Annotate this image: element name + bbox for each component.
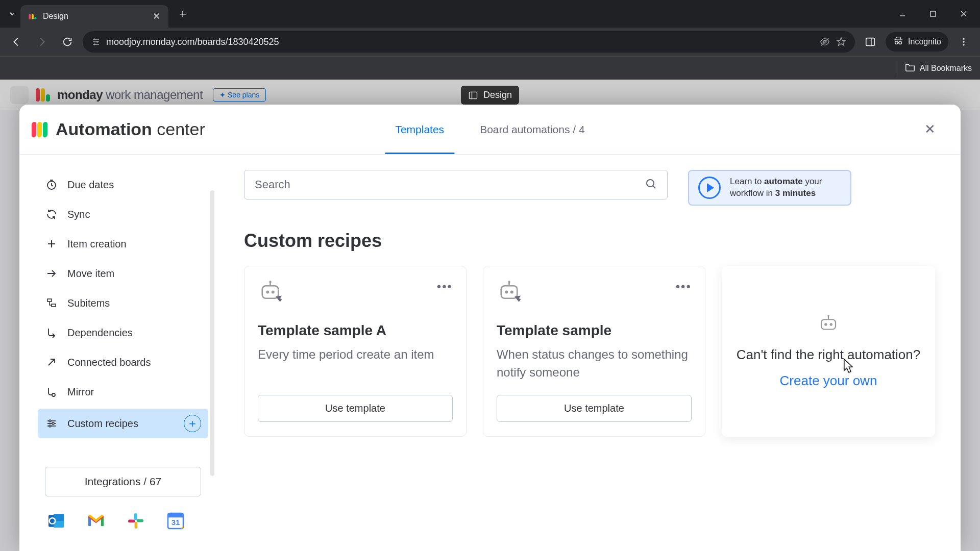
learn-text: Learn to automate your workflow in 3 min… [730,176,822,199]
forward-button[interactable] [32,32,52,52]
outlook-icon[interactable] [45,510,67,532]
svg-point-20 [963,41,964,42]
sidebar-item-custom-recipes[interactable]: Custom recipes ＋ [38,409,208,438]
sidebar-item-due-dates[interactable]: Due dates [38,172,208,197]
slack-icon[interactable] [125,510,147,532]
svg-point-19 [963,38,964,40]
svg-point-49 [269,281,271,283]
svg-rect-43 [168,513,183,517]
svg-rect-39 [137,519,143,522]
gmail-icon[interactable] [85,510,107,532]
google-calendar-icon[interactable]: 31 [164,510,187,532]
close-window-button[interactable] [951,4,976,24]
eye-off-icon[interactable] [819,36,830,47]
sidebar-item-subitems[interactable]: Subitems [38,290,208,316]
site-settings-icon[interactable] [91,37,101,47]
svg-point-10 [94,43,95,45]
integrations-button[interactable]: Integrations / 67 [45,467,201,496]
sidebar-item-move-item[interactable]: Move item [38,261,208,286]
sidebar-item-item-creation[interactable]: Item creation [38,231,208,257]
svg-rect-41 [128,520,135,523]
tab-board-automations[interactable]: Board automations / 4 [480,105,584,154]
tab-search-dropdown[interactable] [4,6,20,22]
card-menu-icon[interactable]: ••• [437,280,453,294]
svg-point-2 [34,17,37,20]
svg-rect-25 [47,299,52,302]
bookmark-star-icon[interactable] [836,36,847,47]
svg-point-61 [830,323,832,326]
url-box[interactable]: moodjoy.monday.com/boards/1830420525 [83,31,855,53]
svg-rect-26 [52,304,56,307]
search-box[interactable] [244,170,668,199]
incognito-badge[interactable]: Incognito [886,32,948,52]
automation-center-modal: Automation center Templates Board automa… [19,105,961,551]
svg-rect-40 [135,522,138,529]
create-question: Can't find the right automation? [737,346,921,364]
svg-point-45 [647,180,654,187]
maximize-button[interactable] [921,4,945,24]
incognito-icon [893,35,904,48]
use-template-button[interactable]: Use template [497,395,692,422]
sidebar-item-label: Due dates [67,179,114,191]
new-tab-button[interactable]: ＋ [174,5,192,23]
create-your-own-link[interactable]: Create your own [780,373,877,389]
svg-rect-0 [29,14,31,20]
add-custom-recipe-button[interactable]: ＋ [184,415,201,432]
svg-rect-57 [821,320,836,330]
sync-icon [45,208,58,221]
sidebar-scrollbar[interactable] [210,190,214,476]
sidebar-item-label: Move item [67,268,114,280]
sidebar-item-label: Item creation [67,238,127,250]
svg-point-59 [827,315,829,317]
svg-text:31: 31 [172,518,180,527]
svg-point-9 [96,41,98,42]
card-description: Every time period create an item [258,346,453,383]
search-input[interactable] [255,178,645,191]
minimize-button[interactable] [890,4,915,24]
main-content: Learn to automate your workflow in 3 min… [218,155,961,551]
sidebar-item-connected-boards[interactable]: Connected boards [38,349,208,375]
svg-point-8 [94,38,95,40]
svg-line-12 [821,38,829,46]
sidebar-item-sync[interactable]: Sync [38,202,208,227]
separator [896,61,896,76]
tab-templates[interactable]: Templates [395,105,444,154]
sidebar-item-label: Sync [67,209,90,220]
svg-point-33 [49,425,51,427]
svg-point-56 [510,290,513,293]
browser-chrome: Design ✕ ＋ moodjoy.monday.com/boards/183… [0,0,980,80]
recipe-card: ••• Template sample A Every time period … [244,266,467,437]
svg-point-16 [895,41,898,44]
create-own-card[interactable]: Can't find the right automation? Create … [722,266,935,437]
sidebar-item-label: Custom recipes [67,418,138,430]
dependencies-icon [45,326,58,339]
browser-tab[interactable]: Design ✕ [20,5,168,28]
svg-rect-4 [930,11,936,16]
card-title: Template sample [497,322,692,339]
close-icon[interactable]: ✕ [920,119,940,140]
sidebar-item-mirror[interactable]: Mirror [38,379,208,405]
recipe-cards: ••• Template sample A Every time period … [244,266,935,437]
sliders-icon [45,417,58,430]
card-menu-icon[interactable]: ••• [676,280,692,294]
learn-card[interactable]: Learn to automate your workflow in 3 min… [688,170,851,206]
svg-point-21 [963,44,964,45]
side-panel-icon[interactable] [860,32,880,52]
svg-point-55 [505,290,508,293]
sidebar-item-label: Connected boards [67,357,151,368]
sidebar-item-dependencies[interactable]: Dependencies [38,320,208,345]
use-template-button[interactable]: Use template [258,395,453,422]
tab-close-icon[interactable]: ✕ [151,11,161,22]
back-button[interactable] [6,32,27,52]
svg-point-54 [508,281,510,283]
svg-rect-52 [501,286,518,298]
reload-button[interactable] [57,32,78,52]
search-icon[interactable] [645,178,657,192]
card-description: When status changes to something notify … [497,346,692,383]
recipe-card: ••• Template sample When status changes … [483,266,705,437]
window-controls [890,4,976,24]
bookmarks-bar: All Bookmarks [0,56,980,80]
all-bookmarks-label[interactable]: All Bookmarks [920,64,972,73]
browser-menu-icon[interactable] [953,32,974,52]
robot-icon [818,313,839,335]
